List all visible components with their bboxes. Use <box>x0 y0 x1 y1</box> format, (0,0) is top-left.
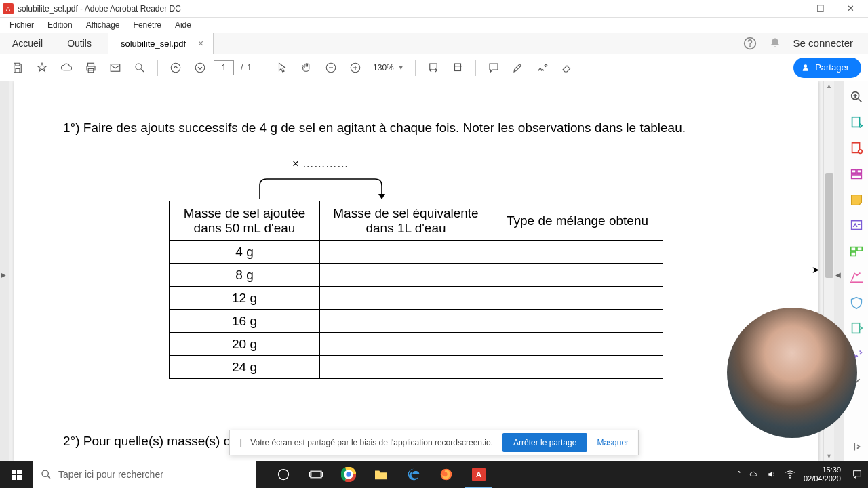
tray-chevron-icon[interactable]: ˄ <box>737 470 741 479</box>
sticky-note-icon[interactable] <box>849 192 864 207</box>
zoom-out-icon[interactable] <box>320 57 342 79</box>
expand-right-icon[interactable]: ◀ <box>835 271 841 279</box>
close-button[interactable]: ✕ <box>835 0 865 18</box>
expand-left-icon[interactable]: ▶ <box>1 271 6 279</box>
compress-icon[interactable] <box>849 321 864 336</box>
svg-rect-18 <box>851 170 855 174</box>
email-icon[interactable] <box>104 57 126 79</box>
zoom-dropdown-icon[interactable]: ▼ <box>398 64 404 71</box>
eraser-icon[interactable] <box>556 57 578 79</box>
windows-logo-icon <box>12 470 22 480</box>
fill-sign-icon[interactable] <box>849 218 864 233</box>
notifications-icon[interactable] <box>852 469 863 480</box>
left-panel-collapsed[interactable]: ▶ <box>0 81 9 461</box>
fit-page-icon[interactable] <box>447 57 469 79</box>
comment-icon[interactable] <box>483 57 505 79</box>
signin-link[interactable]: Se connecter <box>793 37 853 49</box>
zoom-value[interactable]: 130% <box>373 63 394 73</box>
page-viewport[interactable]: 1°) Faire des ajouts successifs de 4 g d… <box>9 81 823 461</box>
svg-rect-5 <box>111 64 120 71</box>
explorer-icon[interactable] <box>365 461 397 488</box>
scroll-up-icon[interactable]: ▲ <box>826 83 832 89</box>
fit-width-icon[interactable] <box>422 57 444 79</box>
create-pdf-icon[interactable] <box>849 141 864 156</box>
question-2-text: 2°) Pour quelle(s) masse(s) de <box>63 434 238 449</box>
edge-icon[interactable] <box>397 461 430 488</box>
scroll-down-icon[interactable]: ▼ <box>826 453 832 460</box>
drag-handle-icon[interactable]: || <box>239 438 241 447</box>
collapse-panel-icon[interactable] <box>849 439 864 454</box>
search-tool-icon[interactable] <box>849 89 864 104</box>
chrome-icon[interactable] <box>332 461 365 488</box>
help-icon[interactable] <box>743 37 757 50</box>
cortana-icon[interactable] <box>267 461 300 488</box>
organize-icon[interactable] <box>849 244 864 259</box>
print-icon[interactable] <box>80 57 102 79</box>
maximize-button[interactable]: ☐ <box>806 0 835 18</box>
bell-icon[interactable] <box>769 37 781 49</box>
hand-tool-icon[interactable] <box>296 57 317 79</box>
svg-rect-29 <box>311 471 321 478</box>
search-icon[interactable] <box>129 57 151 79</box>
menu-window[interactable]: Fenêtre <box>127 19 168 31</box>
svg-rect-12 <box>454 64 460 71</box>
tab-home[interactable]: Accueil <box>0 33 55 54</box>
menu-file[interactable]: Fichier <box>3 19 41 31</box>
firefox-icon[interactable] <box>430 461 462 488</box>
share-button[interactable]: Partager <box>793 58 861 78</box>
taskbar: Taper ici pour rechercher A ˄ 15:39 02/0… <box>0 461 868 488</box>
svg-rect-24 <box>850 252 855 256</box>
scroll-thumb[interactable] <box>825 173 833 278</box>
search-placeholder: Taper ici pour rechercher <box>58 469 163 480</box>
svg-rect-22 <box>850 247 855 251</box>
cursor-tool-icon[interactable] <box>271 57 293 79</box>
page-separator: / <box>241 63 243 73</box>
tab-row: Accueil Outils solubilite_sel.pdf × Se c… <box>0 33 868 54</box>
taskbar-clock[interactable]: 15:39 02/04/2020 <box>804 466 844 483</box>
svg-point-28 <box>279 470 289 480</box>
tab-close-icon[interactable]: × <box>195 38 206 49</box>
sign-icon[interactable] <box>532 57 553 79</box>
solubility-table: Masse de sel ajoutéedans 50 mL d'eau Mas… <box>169 201 663 379</box>
svg-point-6 <box>136 64 142 70</box>
redact-icon[interactable] <box>849 270 864 285</box>
edit-pdf-icon[interactable] <box>849 167 864 182</box>
toolbar: / 1 130% ▼ Partager <box>0 54 868 81</box>
svg-rect-26 <box>852 323 859 333</box>
titlebar: A solubilite_sel.pdf - Adobe Acrobat Rea… <box>0 0 868 18</box>
menu-edit[interactable]: Edition <box>41 19 79 31</box>
svg-rect-25 <box>850 281 862 283</box>
page-number-input[interactable] <box>214 60 234 75</box>
svg-point-13 <box>804 64 808 68</box>
svg-rect-2 <box>88 63 94 66</box>
menu-help[interactable]: Aide <box>168 19 198 31</box>
onedrive-icon[interactable] <box>749 470 759 479</box>
taskbar-search[interactable]: Taper ici pour rechercher <box>33 461 256 488</box>
zoom-in-icon[interactable] <box>344 57 366 79</box>
svg-point-1 <box>749 46 750 47</box>
save-icon[interactable] <box>7 57 28 79</box>
cloud-icon[interactable] <box>56 57 77 79</box>
minimize-button[interactable]: — <box>776 0 806 18</box>
acrobat-taskbar-icon[interactable]: A <box>462 461 495 488</box>
page-down-icon[interactable] <box>189 57 211 79</box>
tab-document[interactable]: solubilite_sel.pdf × <box>108 33 214 54</box>
menu-view[interactable]: Affichage <box>79 19 127 31</box>
svg-rect-19 <box>856 170 861 174</box>
svg-rect-20 <box>851 175 861 179</box>
highlight-icon[interactable] <box>507 57 529 79</box>
svg-point-36 <box>346 472 351 476</box>
wifi-icon[interactable] <box>785 470 795 479</box>
start-button[interactable] <box>0 461 33 488</box>
svg-point-8 <box>195 63 205 73</box>
stop-share-button[interactable]: Arrêter le partage <box>502 433 587 452</box>
taskview-icon[interactable] <box>300 461 332 488</box>
volume-icon[interactable] <box>767 470 776 479</box>
protect-icon[interactable] <box>849 296 864 310</box>
hide-share-button[interactable]: Masquer <box>597 438 629 447</box>
clock-date: 02/04/2020 <box>804 474 841 483</box>
star-icon[interactable] <box>31 57 53 79</box>
page-up-icon[interactable] <box>165 57 186 79</box>
tab-tools[interactable]: Outils <box>55 33 104 54</box>
export-pdf-icon[interactable] <box>849 115 864 130</box>
